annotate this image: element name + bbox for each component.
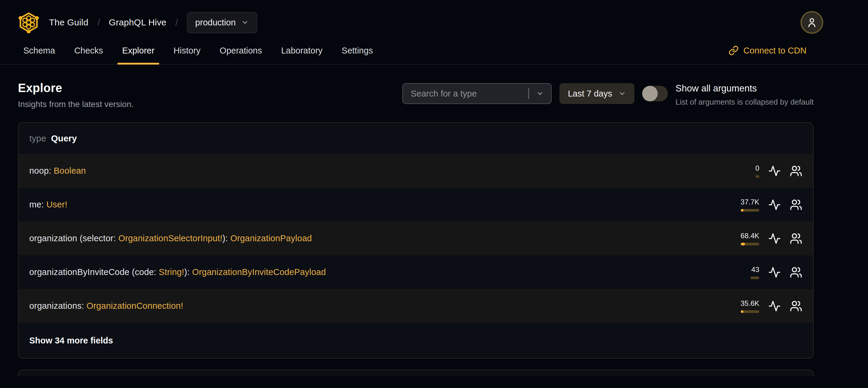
- usage-bar-track: [750, 276, 759, 279]
- usage-bar-fill: [741, 310, 743, 313]
- usage-bar-track: [741, 310, 759, 313]
- link-icon: [728, 46, 739, 56]
- field-text: noop:: [29, 166, 54, 176]
- tab-schema[interactable]: Schema: [19, 37, 60, 64]
- field-type-link[interactable]: Boolean: [54, 166, 86, 176]
- next-type-card-partial: [18, 369, 814, 376]
- field-row: organizations: OrganizationConnection! 3…: [19, 289, 813, 323]
- usage-bar-track: [741, 243, 759, 245]
- field-usage-metric: 43: [731, 265, 759, 279]
- tab-operations[interactable]: Operations: [215, 37, 267, 64]
- field-count: 35.6K: [740, 299, 759, 307]
- field-usage-metric: 0: [731, 164, 759, 178]
- field-text: organizations:: [29, 301, 87, 310]
- usage-bar-track: [741, 209, 759, 212]
- tab-bar: SchemaChecksExplorerHistoryOperationsLab…: [0, 37, 868, 65]
- show-more-fields-button[interactable]: Show 34 more fields: [19, 323, 813, 358]
- field-type-link[interactable]: OrganizationConnection!: [87, 301, 183, 310]
- tab-explorer[interactable]: Explorer: [117, 37, 159, 64]
- user-avatar[interactable]: [801, 11, 823, 34]
- field-type-link[interactable]: OrganizationByInviteCodePayload: [192, 267, 326, 277]
- breadcrumb-separator: /: [97, 17, 100, 28]
- tab-laboratory[interactable]: Laboratory: [276, 37, 328, 64]
- field-usage-metric: 68.4K: [731, 232, 759, 245]
- period-dropdown[interactable]: Last 7 days: [559, 83, 634, 104]
- page-title: Explore: [18, 81, 134, 95]
- breadcrumb: The Guild / GraphQL Hive / production: [49, 12, 257, 33]
- connect-cdn-button[interactable]: Connect to CDN: [728, 37, 806, 64]
- page-subtitle: Insights from the latest version.: [18, 99, 134, 109]
- field-row: noop: Boolean 0: [19, 154, 813, 188]
- period-value: Last 7 days: [568, 89, 612, 99]
- combobox-divider: [528, 88, 529, 99]
- field-signature: noop: Boolean: [29, 166, 731, 176]
- field-usage-metric: 35.6K: [731, 299, 759, 313]
- activity-icon[interactable]: [768, 232, 781, 245]
- breadcrumb-separator: /: [175, 17, 178, 28]
- breadcrumb-project[interactable]: GraphQL Hive: [109, 17, 166, 28]
- tab-history[interactable]: History: [169, 37, 205, 64]
- chevron-down-icon: [241, 19, 249, 26]
- field-type-link[interactable]: User!: [46, 200, 67, 209]
- users-icon[interactable]: [790, 232, 802, 245]
- show-all-arguments-toggle[interactable]: [642, 86, 668, 101]
- field-type-link[interactable]: String!: [159, 267, 184, 277]
- field-type-link[interactable]: OrganizationPayload: [230, 234, 312, 243]
- type-card-query: type Query noop: Boolean 0 me: User! 37.…: [18, 122, 814, 359]
- type-search-combobox: [402, 83, 552, 104]
- field-row: organization (selector: OrganizationSele…: [19, 221, 813, 255]
- connect-cdn-label: Connect to CDN: [743, 46, 806, 56]
- field-text: me:: [29, 200, 46, 209]
- usage-bar-fill: [741, 209, 743, 212]
- field-text: ):: [184, 267, 192, 277]
- users-icon[interactable]: [790, 266, 802, 278]
- tab-settings[interactable]: Settings: [337, 37, 378, 64]
- user-icon: [806, 17, 818, 28]
- chevron-down-icon[interactable]: [536, 90, 544, 97]
- type-keyword: type: [29, 133, 46, 144]
- field-text: organizationByInviteCode (code:: [29, 267, 159, 277]
- toggle-label: Show all arguments: [676, 83, 814, 94]
- target-selector[interactable]: production: [187, 12, 257, 33]
- field-count: 37.7K: [740, 198, 759, 206]
- field-text: ):: [222, 234, 230, 243]
- toggle-knob: [642, 86, 658, 101]
- field-count: 43: [751, 265, 759, 274]
- type-name[interactable]: Query: [51, 133, 77, 144]
- type-search-input[interactable]: [402, 83, 552, 104]
- field-signature: organization (selector: OrganizationSele…: [29, 234, 731, 243]
- toggle-hint: List of arguments is collapsed by defaul…: [676, 97, 814, 107]
- activity-icon[interactable]: [768, 300, 781, 312]
- users-icon[interactable]: [790, 199, 802, 211]
- field-signature: organizations: OrganizationConnection!: [29, 301, 731, 311]
- activity-icon[interactable]: [768, 165, 781, 177]
- field-type-link[interactable]: OrganizationSelectorInput!: [118, 234, 222, 243]
- hive-logo-icon[interactable]: [18, 12, 39, 33]
- page-header: Explore Insights from the latest version…: [0, 65, 868, 109]
- usage-bar-fill: [741, 243, 745, 245]
- field-signature: me: User!: [29, 200, 731, 210]
- activity-icon[interactable]: [768, 199, 781, 211]
- field-count: 68.4K: [740, 232, 759, 240]
- show-more-label: Show 34 more fields: [29, 336, 113, 346]
- usage-bar-track: [756, 175, 759, 178]
- activity-icon[interactable]: [768, 266, 781, 278]
- field-row: me: User! 37.7K: [19, 188, 813, 221]
- field-row: organizationByInviteCode (code: String!)…: [19, 255, 813, 289]
- type-card-header: type Query: [19, 123, 813, 154]
- users-icon[interactable]: [790, 300, 802, 312]
- target-selector-value: production: [195, 18, 236, 28]
- top-bar: The Guild / GraphQL Hive / production: [0, 0, 868, 37]
- field-usage-metric: 37.7K: [731, 198, 759, 212]
- field-text: organization (selector:: [29, 234, 118, 243]
- chevron-down-icon: [618, 90, 626, 97]
- breadcrumb-org[interactable]: The Guild: [49, 17, 88, 28]
- users-icon[interactable]: [790, 165, 802, 177]
- tab-checks[interactable]: Checks: [69, 37, 108, 64]
- field-signature: organizationByInviteCode (code: String!)…: [29, 267, 731, 277]
- explorer-controls: Last 7 days Show all arguments List of a…: [402, 81, 814, 107]
- field-count: 0: [755, 164, 759, 173]
